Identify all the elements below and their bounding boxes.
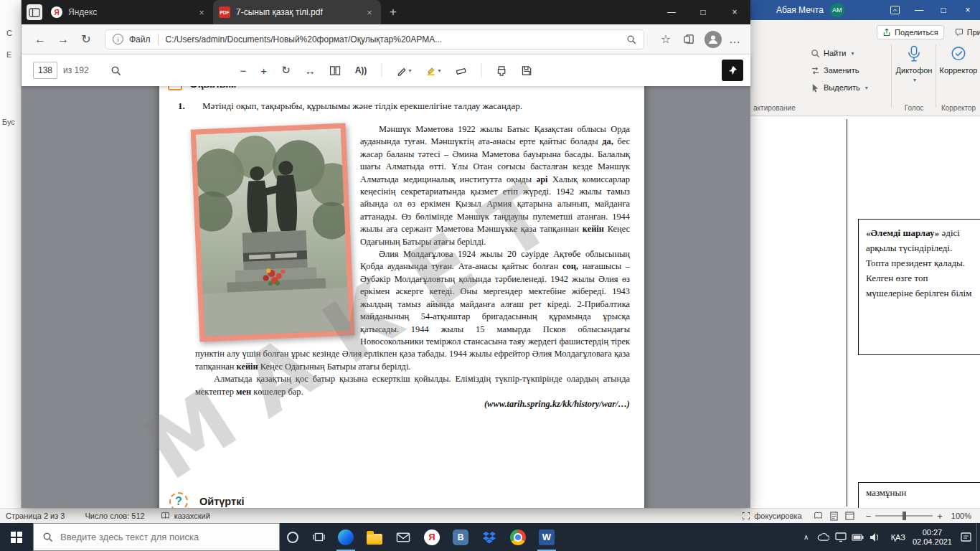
view-print-layout-icon[interactable] — [830, 512, 838, 521]
zoom-slider-thumb[interactable] — [903, 512, 906, 520]
collections-icon[interactable] — [679, 29, 699, 50]
page-number-input[interactable] — [33, 62, 57, 79]
erase-icon[interactable] — [455, 65, 466, 75]
table-border-vertical — [847, 119, 847, 507]
read-aloud-icon[interactable]: A)) — [355, 65, 367, 75]
ribbon-display-options-icon[interactable] — [882, 0, 907, 20]
settings-overflow-icon[interactable]: … — [725, 29, 745, 50]
cell2-text: мазмұнын — [866, 487, 906, 498]
status-page[interactable]: Страница 2 из 3 — [6, 512, 65, 520]
taskbar-yandex-icon[interactable]: Я — [418, 523, 446, 551]
task-view-icon[interactable] — [306, 523, 331, 551]
tray-language[interactable]: ҚАЗ — [891, 533, 905, 542]
tab-actions-icon[interactable] — [27, 4, 42, 20]
start-button[interactable] — [0, 523, 33, 551]
tab-label: 7-сынып қазақ тілі.pdf — [236, 7, 359, 17]
back-button[interactable]: ← — [30, 29, 50, 50]
word-document-area[interactable]: «Әлемді шарлау» әдісі арқылы түсіндіріле… — [750, 116, 980, 508]
ribbon-group-editing-label: актирование — [753, 104, 796, 112]
status-zoom[interactable]: 100% — [951, 512, 971, 520]
tab-close-icon[interactable]: × — [364, 7, 375, 18]
browser-close-button[interactable]: × — [719, 0, 750, 24]
select-button[interactable]: Выделить ▾ — [811, 79, 868, 96]
draw-icon[interactable]: ▾ — [396, 65, 411, 76]
cell-title: «Әлемді шарлау» — [866, 227, 939, 238]
find-button[interactable]: Найти ▾ — [811, 44, 868, 62]
tab-close-icon[interactable]: × — [196, 7, 207, 18]
tray-expand-icon[interactable]: ∧ — [798, 523, 815, 551]
monument-photo — [191, 123, 355, 342]
action-center-icon[interactable] — [961, 532, 972, 542]
zoom-out-button[interactable]: − — [866, 511, 872, 522]
tray-onedrive-icon[interactable] — [815, 523, 832, 551]
comments-button[interactable]: Примечания — [949, 25, 980, 39]
zoom-out-icon[interactable]: − — [240, 65, 247, 77]
rotate-icon[interactable]: ↻ — [281, 64, 291, 77]
zoom-in-icon[interactable]: + — [260, 65, 267, 77]
browser-minimize-button[interactable]: — — [656, 0, 687, 24]
word-minimize-button[interactable]: — — [907, 0, 931, 20]
search-sidebar-icon[interactable] — [626, 34, 636, 44]
reload-button[interactable]: ↻ — [76, 29, 96, 50]
taskbar-word-icon[interactable]: W — [532, 523, 561, 551]
taskbar-vk-icon[interactable]: B — [446, 523, 475, 551]
replace-label: Заменить — [824, 66, 859, 75]
status-language[interactable]: казахский — [174, 512, 210, 520]
view-web-layout-icon[interactable] — [845, 512, 854, 520]
tab-pdf[interactable]: PDF 7-сынып қазақ тілі.pdf × — [213, 0, 381, 24]
favorites-hub-icon[interactable]: ☆ — [656, 29, 676, 50]
word-table-cell-2[interactable]: мазмұнын — [858, 482, 980, 508]
proofing-icon[interactable] — [161, 512, 170, 520]
new-tab-button[interactable]: + — [390, 5, 397, 19]
tray-battery-icon[interactable] — [849, 523, 867, 551]
replace-button[interactable]: Заменить — [811, 62, 868, 79]
word-close-button[interactable]: × — [956, 0, 980, 20]
print-icon[interactable] — [496, 65, 507, 76]
forward-button[interactable]: → — [53, 29, 73, 50]
address-bar[interactable]: i Файл C:/Users/admin/Documents/Новый%20… — [105, 29, 644, 50]
taskbar-dropbox-icon[interactable] — [475, 523, 504, 551]
browser-maximize-button[interactable]: □ — [687, 0, 719, 24]
zoom-in-button[interactable]: + — [937, 511, 943, 522]
tray-network-icon[interactable] — [832, 523, 849, 551]
show-desktop-button[interactable] — [976, 523, 980, 551]
word-account-avatar[interactable]: АМ — [830, 3, 844, 17]
tab-yandex[interactable]: Я Яндекс × — [45, 0, 213, 24]
status-wordcount[interactable]: Число слов: 512 — [85, 512, 144, 520]
view-read-mode-icon[interactable] — [814, 512, 823, 520]
reading-section-icon — [168, 86, 182, 90]
fit-width-icon[interactable]: ↔ — [305, 65, 316, 77]
info-icon[interactable]: i — [113, 34, 123, 44]
taskbar-search[interactable] — [33, 523, 280, 551]
save-icon[interactable] — [521, 65, 532, 76]
taskbar-search-input[interactable] — [60, 532, 268, 542]
pdf-search-icon[interactable] — [110, 65, 121, 76]
taskbar-mail-icon[interactable] — [389, 523, 418, 551]
zoom-slider[interactable] — [875, 515, 933, 517]
dictate-button[interactable]: Диктофон ▾ — [895, 44, 933, 83]
clipped-text-fragment: Бус — [2, 118, 15, 126]
editor-button[interactable]: Корректор — [940, 44, 977, 75]
word-restore-button[interactable]: □ — [931, 0, 956, 20]
paragraph: Алматыда қазақтың қос батыр қызына ескер… — [195, 373, 630, 398]
pdf-viewer[interactable]: Оқылым 1. Мәтінді оқып, тақырыбы, құрылы… — [22, 86, 750, 508]
tray-volume-icon[interactable] — [867, 523, 884, 551]
cortana-icon[interactable] — [280, 523, 306, 551]
yandex-favicon: Я — [51, 6, 62, 18]
highlight-icon[interactable]: ▾ — [425, 65, 440, 76]
page-view-icon[interactable] — [330, 65, 341, 76]
pin-toolbar-button[interactable] — [722, 60, 743, 81]
address-scheme: Файл — [129, 34, 151, 44]
exercise-number: 1. — [178, 100, 202, 112]
word-titlebar: Абая Мечта АМ — □ × — [750, 0, 980, 20]
exercise-instruction: Мәтінді оқып, тақырыбы, құрылымы және ті… — [202, 100, 522, 112]
word-table-cell[interactable]: «Әлемді шарлау» әдісі арқылы түсіндіріле… — [858, 219, 980, 355]
status-focus[interactable]: фокусировка — [754, 512, 801, 520]
taskbar-chrome-icon[interactable] — [504, 523, 532, 551]
taskbar-edge-icon[interactable] — [331, 523, 360, 551]
taskbar-explorer-icon[interactable] — [360, 523, 389, 551]
share-button[interactable]: Поделиться — [877, 25, 944, 39]
profile-avatar[interactable] — [705, 31, 722, 48]
focus-icon[interactable] — [742, 512, 750, 520]
tray-clock[interactable]: 00:27 02.04.2021 — [913, 528, 952, 547]
